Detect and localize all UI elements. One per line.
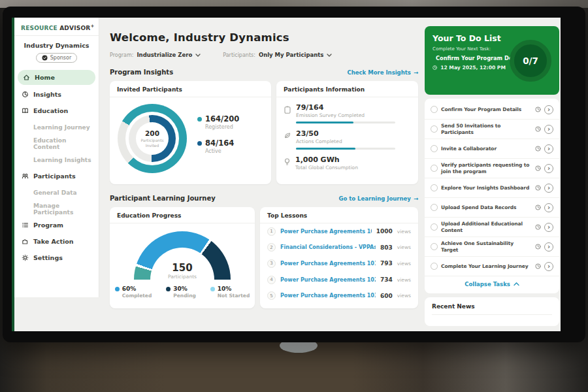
lesson-rank: 1 bbox=[267, 227, 276, 236]
chevron-right-button[interactable]: › bbox=[544, 262, 553, 271]
task-checkbox[interactable] bbox=[431, 125, 438, 133]
chevron-right-button[interactable]: › bbox=[544, 203, 553, 212]
task-checkbox[interactable] bbox=[431, 263, 438, 270]
consumption-label: Total Global Consumption bbox=[295, 165, 358, 171]
main-content: Welcome, Industry Dynamics Program: Indu… bbox=[110, 18, 418, 331]
lesson-views: 793 bbox=[380, 260, 393, 267]
task-checkbox[interactable] bbox=[431, 145, 438, 152]
task-row-complete-learning-journey[interactable]: Complete Your Learning Journey › bbox=[425, 257, 559, 276]
logo-plus: + bbox=[90, 24, 94, 29]
sidebar-item-participants[interactable]: Participants bbox=[14, 168, 99, 184]
insights-icon bbox=[22, 91, 29, 98]
pending-label: Pending bbox=[173, 293, 196, 299]
sidebar-item-insights[interactable]: Insights bbox=[14, 86, 99, 103]
task-checkbox[interactable] bbox=[431, 243, 438, 250]
legend-pending: 30% Pending bbox=[166, 286, 196, 299]
lesson-rank: 3 bbox=[267, 259, 276, 268]
sidebar-item-manage-participants[interactable]: Manage Participants bbox=[14, 201, 99, 217]
task-checkbox[interactable] bbox=[431, 106, 438, 113]
sidebar-item-label: Manage Participants bbox=[33, 203, 91, 216]
todo-summary-card: Your To Do List Complete Your Next Task:… bbox=[425, 26, 559, 95]
sidebar-item-label: Home bbox=[35, 74, 55, 81]
sidebar-item-learning-insights[interactable]: Learning Insights bbox=[14, 152, 99, 168]
task-checkbox[interactable] bbox=[431, 204, 438, 211]
views-suffix: views bbox=[397, 277, 411, 283]
lesson-views: 803 bbox=[380, 244, 393, 251]
sidebar-item-home[interactable]: Home bbox=[18, 70, 95, 85]
todo-next-due: 12 May 2025, 12:00 PM bbox=[433, 65, 506, 71]
learning-journey-header: Participant Learning Journey Go to Learn… bbox=[110, 195, 418, 202]
lesson-link[interactable]: Power Purchase Agreements 101 bbox=[280, 261, 376, 267]
sidebar-item-label: General Data bbox=[33, 189, 77, 196]
collapse-tasks-label: Collapse Tasks bbox=[465, 281, 510, 287]
sidebar-item-settings[interactable]: Settings bbox=[14, 250, 99, 266]
sponsor-badge-label: Sponsor bbox=[50, 55, 71, 61]
participants-filter-value: Only My Participants bbox=[259, 52, 324, 58]
sidebar-item-label: Program bbox=[33, 221, 63, 229]
collapse-tasks-link[interactable]: Collapse Tasks bbox=[425, 276, 559, 292]
task-row-verify-participants[interactable]: Verify participants requesting to join t… bbox=[425, 159, 559, 178]
chevron-up-icon bbox=[514, 282, 519, 286]
chevron-right-button[interactable]: › bbox=[544, 184, 553, 193]
emission-survey-value: 79/164 bbox=[296, 103, 395, 112]
check-more-insights-link[interactable]: Check More Insights → bbox=[348, 69, 419, 76]
task-label: Explore Your Insights Dashboard bbox=[441, 185, 532, 191]
task-label: Upload Additional Educational Content bbox=[441, 221, 532, 233]
task-checkbox[interactable] bbox=[431, 223, 438, 231]
task-label: Send 50 Invitations to Participants bbox=[441, 123, 532, 135]
donut-center: 200 Participants Invited bbox=[136, 122, 169, 155]
lesson-link[interactable]: Financial Considerations - VPPAs bbox=[280, 244, 376, 250]
sidebar-menu: Home Insights Education Learning Journey… bbox=[14, 70, 99, 266]
chevron-right-button[interactable]: › bbox=[544, 223, 553, 232]
donut-center-label: Participants Invited bbox=[138, 138, 167, 148]
lesson-link[interactable]: Power Purchase Agreements 103 bbox=[280, 293, 376, 299]
todo-next-task: Confirm Your Program Details bbox=[433, 55, 506, 61]
chevron-right-button[interactable]: › bbox=[544, 164, 553, 173]
sidebar-item-program[interactable]: Program bbox=[14, 217, 99, 233]
task-row-send-invitations[interactable]: Send 50 Invitations to Participants › bbox=[425, 120, 559, 139]
sidebar-item-learning-journey[interactable]: Learning Journey bbox=[14, 119, 99, 135]
task-row-achieve-target[interactable]: Achieve One Sustainability Target › bbox=[425, 237, 559, 257]
settings-gear-icon bbox=[22, 254, 29, 261]
chevron-right-button[interactable]: › bbox=[544, 242, 553, 252]
chevron-right-button[interactable]: › bbox=[544, 105, 553, 114]
sponsor-badge: Sponsor bbox=[36, 53, 77, 63]
invited-participants-title: Invited Participants bbox=[110, 81, 271, 97]
task-row-upload-educational-content[interactable]: Upload Additional Educational Content › bbox=[425, 218, 559, 237]
participants-icon bbox=[22, 172, 29, 180]
pending-percent: 30% bbox=[173, 286, 188, 292]
emission-survey-progress-bar bbox=[296, 122, 395, 123]
arrow-right-icon: → bbox=[414, 195, 418, 202]
sidebar-item-label: Education bbox=[33, 107, 68, 114]
legend-not-started: 10% Not Started bbox=[210, 286, 250, 299]
task-row-upload-spend-data[interactable]: Upload Spend Data Records › bbox=[425, 198, 559, 218]
task-checkbox[interactable] bbox=[431, 184, 438, 191]
sidebar-item-take-action[interactable]: Take Action bbox=[14, 233, 99, 250]
gauge-legend: 60% Completed 30% Pending 10% Not Starte… bbox=[115, 286, 250, 299]
task-row-confirm-program[interactable]: Confirm Your Program Details › bbox=[425, 100, 559, 120]
program-filter[interactable]: Program: Industrialize Zero bbox=[110, 52, 201, 58]
sidebar-item-label: Settings bbox=[33, 254, 63, 261]
education-progress-card: Education Progress 150 Participants bbox=[110, 207, 255, 308]
todo-subtitle: Complete Your Next Task: bbox=[433, 46, 506, 52]
task-row-explore-insights[interactable]: Explore Your Insights Dashboard › bbox=[425, 178, 559, 198]
sidebar-item-education[interactable]: Education bbox=[14, 103, 99, 119]
task-checkbox[interactable] bbox=[431, 165, 438, 172]
participants-filter[interactable]: Participants: Only My Participants bbox=[223, 52, 332, 58]
task-row-invite-collaborator[interactable]: Invite a Collaborator › bbox=[425, 139, 559, 159]
go-to-learning-journey-link[interactable]: Go to Learning Journey → bbox=[338, 195, 418, 202]
lesson-views: 1000 bbox=[376, 228, 393, 235]
chevron-right-button[interactable]: › bbox=[544, 144, 553, 154]
lesson-row: 2 Financial Considerations - VPPAs 803 v… bbox=[260, 240, 418, 256]
lesson-link[interactable]: Power Purchase Agreements 102 bbox=[280, 277, 376, 283]
lesson-views: 600 bbox=[380, 293, 393, 299]
sidebar-item-education-content[interactable]: Education Content bbox=[14, 135, 99, 152]
sidebar-item-general-data[interactable]: General Data bbox=[14, 184, 99, 201]
program-filter-label: Program: bbox=[110, 52, 133, 58]
chevron-right-button[interactable]: › bbox=[544, 125, 553, 134]
lesson-link[interactable]: Power Purchase Agreements 101 bbox=[280, 229, 372, 235]
todo-progress-value: 0/7 bbox=[523, 56, 538, 66]
completed-percent: 60% bbox=[122, 286, 137, 292]
legend-dot-lightblue bbox=[210, 287, 215, 291]
sidebar-item-label: Learning Journey bbox=[33, 124, 90, 131]
